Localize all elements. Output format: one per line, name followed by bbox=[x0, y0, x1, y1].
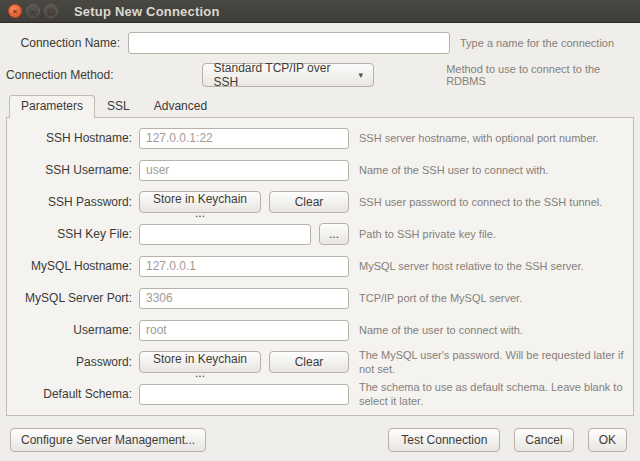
close-window-button[interactable]: ✕ bbox=[8, 4, 22, 18]
ssh-hostname-row: SSH Hostname: SSH server hostname, with … bbox=[7, 127, 625, 149]
footer-bar: Configure Server Management... Test Conn… bbox=[0, 428, 640, 452]
ssh-key-file-browse-button[interactable]: ... bbox=[319, 223, 349, 245]
ssh-hostname-label: SSH Hostname: bbox=[7, 131, 139, 145]
password-row: Password: Store in Keychain ... Clear Th… bbox=[7, 351, 625, 373]
ssh-key-file-row: SSH Key File: ... Path to SSH private ke… bbox=[7, 223, 625, 245]
mysql-hostname-hint: MySQL server host relative to the SSH se… bbox=[359, 259, 625, 273]
ssh-hostname-input[interactable] bbox=[139, 128, 349, 149]
configure-server-management-button[interactable]: Configure Server Management... bbox=[10, 428, 206, 452]
mysql-server-port-row: MySQL Server Port: TCP/IP port of the My… bbox=[7, 287, 625, 309]
minimize-icon: – bbox=[31, 7, 35, 14]
default-schema-hint: The schema to use as default schema. Lea… bbox=[359, 380, 625, 409]
username-label: Username: bbox=[7, 323, 139, 337]
tab-ssl[interactable]: SSL bbox=[95, 95, 142, 117]
chevron-down-icon: ▾ bbox=[359, 70, 364, 80]
connection-name-input[interactable] bbox=[128, 32, 450, 54]
connection-method-dropdown[interactable]: Standard TCP/IP over SSH ▾ bbox=[202, 63, 375, 87]
parameters-panel: SSH Hostname: SSH server hostname, with … bbox=[6, 117, 634, 416]
ssh-key-file-input[interactable] bbox=[139, 224, 311, 245]
mysql-hostname-input[interactable] bbox=[139, 256, 349, 277]
tab-bar: Parameters SSL Advanced bbox=[9, 95, 640, 117]
connection-method-hint: Method to use to connect to the RDBMS bbox=[446, 63, 632, 87]
connection-name-row: Connection Name: Type a name for the con… bbox=[4, 32, 632, 54]
close-icon: ✕ bbox=[12, 7, 18, 14]
connection-method-row: Connection Method: Standard TCP/IP over … bbox=[4, 63, 632, 87]
ssh-password-clear-button[interactable]: Clear bbox=[269, 191, 349, 213]
connection-name-label: Connection Name: bbox=[4, 36, 124, 50]
ssh-password-store-keychain-button[interactable]: Store in Keychain ... bbox=[139, 191, 261, 213]
titlebar: ✕ – ▢ Setup New Connection bbox=[0, 0, 640, 23]
maximize-window-button[interactable]: ▢ bbox=[44, 4, 58, 18]
mysql-hostname-row: MySQL Hostname: MySQL server host relati… bbox=[7, 255, 625, 277]
mysql-hostname-label: MySQL Hostname: bbox=[7, 259, 139, 273]
maximize-icon: ▢ bbox=[48, 7, 55, 14]
tab-parameters[interactable]: Parameters bbox=[9, 95, 95, 118]
username-input[interactable] bbox=[139, 320, 349, 341]
password-clear-button[interactable]: Clear bbox=[269, 351, 349, 373]
ssh-username-hint: Name of the SSH user to connect with. bbox=[359, 163, 625, 177]
mysql-server-port-label: MySQL Server Port: bbox=[7, 291, 139, 305]
username-hint: Name of the user to connect with. bbox=[359, 323, 625, 337]
minimize-window-button[interactable]: – bbox=[26, 4, 40, 18]
username-row: Username: Name of the user to connect wi… bbox=[7, 319, 625, 341]
ssh-username-input[interactable] bbox=[139, 160, 349, 181]
connection-name-hint: Type a name for the connection bbox=[460, 37, 614, 49]
default-schema-row: Default Schema: The schema to use as def… bbox=[7, 383, 625, 405]
window-title: Setup New Connection bbox=[74, 4, 220, 19]
password-store-keychain-button[interactable]: Store in Keychain ... bbox=[139, 351, 261, 373]
connection-method-label: Connection Method: bbox=[4, 68, 118, 82]
ssh-username-label: SSH Username: bbox=[7, 163, 139, 177]
test-connection-button[interactable]: Test Connection bbox=[388, 428, 500, 452]
password-hint: The MySQL user's password. Will be reque… bbox=[359, 348, 625, 377]
default-schema-input[interactable] bbox=[139, 384, 349, 405]
ssh-hostname-hint: SSH server hostname, with optional port … bbox=[359, 131, 625, 145]
ssh-key-file-label: SSH Key File: bbox=[7, 227, 139, 241]
cancel-button[interactable]: Cancel bbox=[514, 428, 573, 452]
default-schema-label: Default Schema: bbox=[7, 387, 139, 401]
tab-advanced[interactable]: Advanced bbox=[142, 95, 219, 117]
mysql-server-port-input[interactable] bbox=[139, 288, 349, 309]
mysql-server-port-hint: TCP/IP port of the MySQL server. bbox=[359, 291, 625, 305]
ssh-username-row: SSH Username: Name of the SSH user to co… bbox=[7, 159, 625, 181]
ssh-password-row: SSH Password: Store in Keychain ... Clea… bbox=[7, 191, 625, 213]
ssh-password-label: SSH Password: bbox=[7, 195, 139, 209]
password-label: Password: bbox=[7, 355, 139, 369]
connection-method-value: Standard TCP/IP over SSH bbox=[214, 61, 350, 89]
ssh-password-hint: SSH user password to connect to the SSH … bbox=[359, 195, 625, 209]
ssh-key-file-hint: Path to SSH private key file. bbox=[359, 227, 625, 241]
ok-button[interactable]: OK bbox=[588, 428, 627, 452]
